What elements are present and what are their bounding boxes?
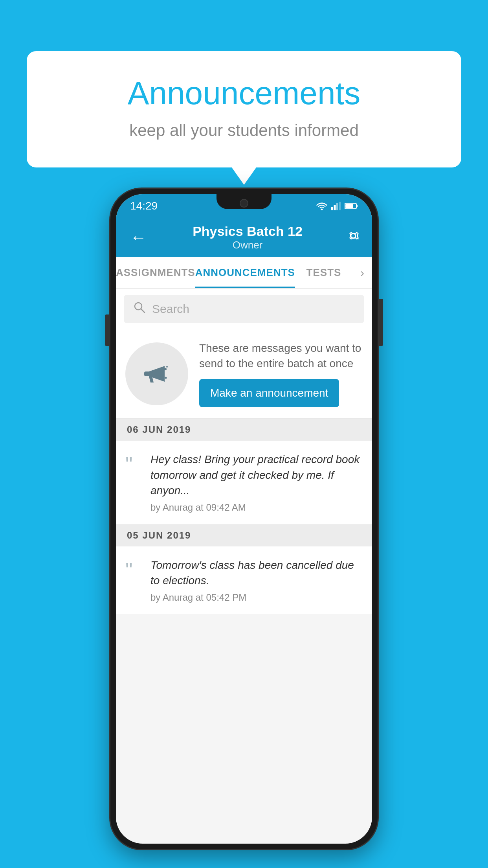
quote-icon-1: " — [125, 452, 143, 474]
speech-bubble: Announcements keep all your students inf… — [27, 51, 461, 167]
svg-point-11 — [166, 366, 168, 368]
tab-assignments[interactable]: ASSIGNMENTS — [116, 257, 195, 288]
search-container: Search — [116, 289, 372, 329]
svg-rect-1 — [331, 207, 333, 210]
svg-line-9 — [141, 309, 145, 313]
announcement-message-2: Tomorrow's class has been cancelled due … — [150, 557, 363, 588]
announcement-meta-1: by Anurag at 09:42 AM — [150, 502, 363, 513]
svg-rect-7 — [345, 204, 353, 208]
svg-point-0 — [321, 209, 323, 211]
search-placeholder: Search — [152, 302, 189, 316]
announcement-text-1: Hey class! Bring your practical record b… — [150, 452, 363, 513]
phone-frame: 14:29 — [110, 189, 378, 849]
tab-tests[interactable]: TESTS — [295, 257, 352, 288]
back-button[interactable]: ← — [127, 225, 150, 250]
status-bar: 14:29 — [116, 194, 372, 218]
tab-announcements[interactable]: ANNOUNCEMENTS — [195, 257, 295, 288]
status-icons — [316, 202, 358, 210]
make-announcement-button[interactable]: Make an announcement — [199, 379, 339, 407]
announcement-icon-circle — [125, 342, 188, 405]
gear-icon — [345, 228, 361, 244]
date-separator-2: 05 JUN 2019 — [116, 524, 372, 546]
announcement-description: These are messages you want to send to t… — [199, 340, 363, 371]
speech-bubble-title: Announcements — [58, 75, 430, 112]
speech-bubble-section: Announcements keep all your students inf… — [27, 51, 461, 167]
announcement-item-1[interactable]: " Hey class! Bring your practical record… — [116, 441, 372, 524]
battery-icon — [345, 202, 358, 210]
status-time: 14:29 — [130, 200, 158, 212]
announcement-right: These are messages you want to send to t… — [199, 340, 363, 407]
app-bar-subtitle: Owner — [150, 239, 345, 251]
signal-icon — [331, 202, 341, 210]
megaphone-icon — [141, 358, 172, 390]
announcement-message-1: Hey class! Bring your practical record b… — [150, 452, 363, 498]
svg-rect-3 — [336, 203, 338, 210]
camera — [240, 199, 248, 208]
phone-side-button — [379, 299, 383, 346]
phone: 14:29 — [110, 189, 378, 849]
announcement-item-2[interactable]: " Tomorrow's class has been cancelled du… — [116, 546, 372, 614]
search-icon-svg — [133, 301, 146, 314]
announcement-text-2: Tomorrow's class has been cancelled due … — [150, 557, 363, 603]
announcement-meta-2: by Anurag at 05:42 PM — [150, 592, 363, 603]
search-icon — [133, 301, 146, 317]
tabs: ASSIGNMENTS ANNOUNCEMENTS TESTS › — [116, 257, 372, 289]
svg-point-12 — [165, 377, 167, 379]
notch — [216, 194, 272, 209]
speech-bubble-subtitle: keep all your students informed — [58, 121, 430, 140]
app-bar: ← Physics Batch 12 Owner — [116, 218, 372, 257]
svg-rect-6 — [356, 205, 358, 207]
quote-icon-2: " — [125, 557, 143, 580]
announcement-prompt: These are messages you want to send to t… — [116, 329, 372, 419]
phone-screen: 14:29 — [116, 194, 372, 844]
wifi-icon — [316, 202, 327, 210]
svg-rect-4 — [339, 202, 341, 210]
settings-button[interactable] — [345, 228, 361, 247]
app-bar-title-section: Physics Batch 12 Owner — [150, 224, 345, 251]
app-bar-title: Physics Batch 12 — [150, 224, 345, 239]
svg-rect-2 — [334, 205, 336, 210]
date-separator-1: 06 JUN 2019 — [116, 419, 372, 441]
svg-point-10 — [164, 368, 167, 370]
tab-more[interactable]: › — [352, 266, 372, 280]
search-bar[interactable]: Search — [124, 295, 364, 323]
